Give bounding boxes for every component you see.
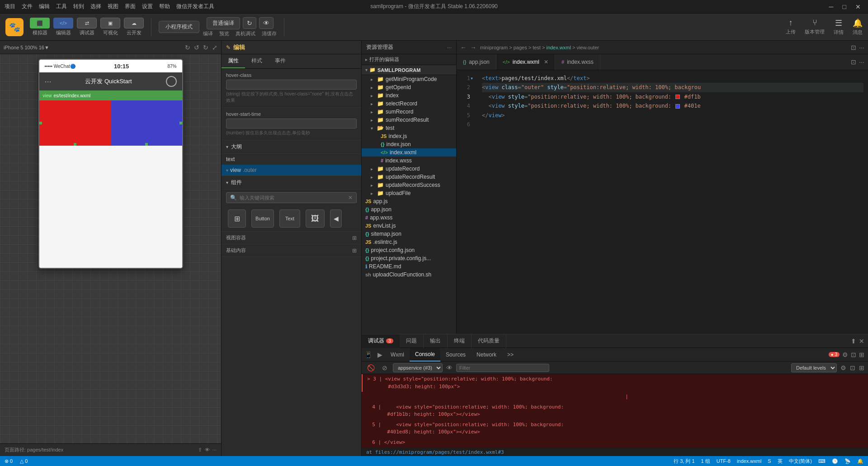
project-header[interactable]: ▾ 📁 SAMLLPROGRAM — [362, 65, 456, 75]
console-tab-debugger[interactable]: 调试器 3 — [362, 334, 400, 348]
text-component[interactable]: Text — [278, 208, 302, 229]
maximize-button[interactable]: □ — [840, 3, 849, 10]
console-tab-issues[interactable]: 问题 — [400, 334, 424, 348]
console-tab-quality[interactable]: 代码质量 — [472, 334, 506, 348]
tree-item-getMiniProgramCode[interactable]: ▸ 📁 getMiniProgramCode — [362, 75, 456, 83]
image-component[interactable]: 🖼 — [304, 208, 326, 229]
tree-item-project.private[interactable]: {} project.private.config.js... — [362, 254, 456, 262]
layout-icon[interactable]: ⊡ — [851, 351, 856, 358]
subtab-network[interactable]: Network — [471, 348, 502, 361]
grid-component[interactable]: ⊞ — [226, 208, 248, 229]
tree-item-sumRecord[interactable]: ▸ 📁 sumRecord — [362, 108, 456, 116]
clouddev-button[interactable]: ☁ — [124, 18, 144, 29]
menu-edit[interactable]: 编辑 — [39, 3, 50, 10]
sim-bottom-icon3[interactable]: ··· — [212, 447, 217, 453]
tree-item-updateRecordSuccess[interactable]: ▸ 📁 updateRecordSuccess — [362, 181, 456, 189]
tab-events[interactable]: 事件 — [269, 54, 292, 68]
more-tabs-icon[interactable]: ··· — [859, 58, 864, 66]
debug-run-icon[interactable]: ▶ — [375, 349, 385, 360]
console-clear-btn[interactable]: 🚫 — [365, 363, 377, 372]
button-component[interactable]: Button — [250, 208, 276, 229]
code-nav-back[interactable]: ← — [460, 44, 467, 51]
tree-item-index.wxml[interactable]: </> index.wxml — [362, 148, 456, 157]
tree-item-getOpenId[interactable]: ▸ 📁 getOpenId — [362, 83, 456, 91]
console-filter-input[interactable] — [456, 364, 549, 372]
search-clear-icon[interactable]: ✕ — [348, 195, 353, 201]
tab-index-wxss[interactable]: # index.wxss — [555, 54, 600, 70]
dock-icon[interactable]: ⊞ — [859, 364, 864, 371]
tree-item-selectRecord[interactable]: ▸ 📁 selectRecord — [362, 100, 456, 108]
menu-goto[interactable]: 转到 — [73, 3, 84, 10]
tree-item-envList.js[interactable]: JS envList.js — [362, 222, 456, 230]
compile-select[interactable]: 普通编译 — [207, 17, 240, 29]
filetree-more-icon[interactable]: ··· — [447, 44, 452, 51]
prop-hover-class-input[interactable] — [226, 80, 357, 90]
more-console-icon[interactable]: ⊡ — [850, 364, 855, 371]
tree-item-README[interactable]: ℹ README.md — [362, 262, 456, 271]
menu-interface[interactable]: 界面 — [125, 3, 136, 10]
open-editors-header[interactable]: ▸ 打开的编辑器 — [362, 54, 456, 65]
outline-item-view[interactable]: ▾ view .outer — [222, 165, 361, 176]
settings-icon-2[interactable]: ⚙ — [840, 364, 846, 371]
code-nav-forward[interactable]: → — [470, 44, 476, 51]
view-container-header[interactable]: 视图容器 ⊞ — [222, 231, 361, 244]
version-action[interactable]: ⑂ 版本管理 — [805, 18, 825, 36]
debugger-button[interactable]: ⇄ — [77, 18, 97, 29]
console-tab-terminal[interactable]: 终端 — [448, 334, 472, 348]
console-levels-select[interactable]: Default levels — [791, 363, 837, 372]
more-icon[interactable]: ⊞ — [859, 351, 864, 358]
editor-button[interactable]: </> — [53, 18, 73, 29]
menu-select[interactable]: 选择 — [90, 3, 101, 10]
console-context-select[interactable]: appservice (#3) — [393, 363, 443, 372]
tree-item-sumRecordResult[interactable]: ▸ 📁 sumRecordResult — [362, 116, 456, 124]
eye-button[interactable]: 👁 — [259, 17, 274, 29]
tab-style[interactable]: 样式 — [245, 54, 269, 68]
tree-item-app.wxss[interactable]: # app.wxss — [362, 214, 456, 222]
split-editor-icon[interactable]: ⊡ — [851, 58, 856, 66]
sim-bottom-icon2[interactable]: 👁 — [205, 447, 210, 453]
tree-item-index.wxss[interactable]: # index.wxss — [362, 157, 456, 165]
tree-item-project.config.json[interactable]: {} project.config.json — [362, 246, 456, 254]
tree-item-uploadFile[interactable]: ▸ 📁 uploadFile — [362, 189, 456, 197]
components-search-input[interactable] — [240, 195, 345, 200]
tree-item-index.json[interactable]: {} index.json — [362, 140, 456, 148]
prop-hover-start-input[interactable] — [226, 119, 357, 128]
outline-header[interactable]: ▾ 大纲 — [222, 140, 361, 154]
tree-item-test[interactable]: ▾ 📂 test — [362, 124, 456, 132]
visualize-button[interactable]: ▣ — [100, 18, 120, 29]
mode-select[interactable]: 小程序模式 — [159, 21, 199, 33]
menu-devtools[interactable]: 微信开发者工具 — [176, 3, 214, 10]
refresh-button[interactable]: ↻ — [243, 17, 256, 29]
detail-action[interactable]: ☰ 详情 — [834, 18, 844, 36]
tab-app-json[interactable]: {} app.json — [457, 54, 496, 70]
code-lines[interactable]: <text>pages/test/index.xml</text> <view … — [477, 70, 868, 334]
close-button[interactable]: ✕ — [853, 3, 863, 10]
menu-file[interactable]: 文件 — [22, 3, 33, 10]
tree-item-sitemap.json[interactable]: {} sitemap.json — [362, 230, 456, 238]
arrow-component[interactable]: ◀ — [328, 208, 344, 229]
minimize-button[interactable]: ─ — [826, 3, 836, 10]
menu-project[interactable]: 项目 — [5, 3, 15, 10]
console-expand-icon[interactable]: ⬆ — [851, 338, 856, 345]
sim-icon-back[interactable]: ↺ — [194, 44, 199, 51]
tab-attrs[interactable]: 属性 — [222, 54, 245, 68]
menu-view[interactable]: 视图 — [108, 3, 118, 10]
settings-icon[interactable]: ⚙ — [842, 351, 848, 358]
console-filter-btn[interactable]: ⊘ — [380, 363, 389, 372]
tree-item-index[interactable]: ▸ 📁 index — [362, 91, 456, 100]
tree-item-app.js[interactable]: JS app.js — [362, 197, 456, 205]
subtab-wxml[interactable]: Wxml — [385, 348, 410, 361]
console-close-icon[interactable]: ✕ — [859, 338, 864, 345]
menu-tools[interactable]: 工具 — [56, 3, 67, 10]
subtab-more[interactable]: >> — [502, 348, 519, 361]
tree-item-updateRecordResult[interactable]: ▸ 📁 updateRecordResult — [362, 173, 456, 181]
debug-device-icon[interactable]: 📱 — [362, 349, 375, 360]
sim-icon-forward[interactable]: ↻ — [203, 44, 208, 51]
tab-index-wxml[interactable]: </> index.wxml ✕ — [496, 54, 555, 70]
tree-item-uploadCloudFunction[interactable]: sh uploadCloudFunction.sh — [362, 271, 456, 279]
tree-item-app.json[interactable]: {} app.json — [362, 205, 456, 214]
subtab-console[interactable]: Console — [410, 348, 440, 361]
menu-settings[interactable]: 设置 — [142, 3, 153, 10]
eye-icon[interactable]: 👁 — [446, 364, 453, 371]
index-wxml-close[interactable]: ✕ — [544, 59, 548, 65]
